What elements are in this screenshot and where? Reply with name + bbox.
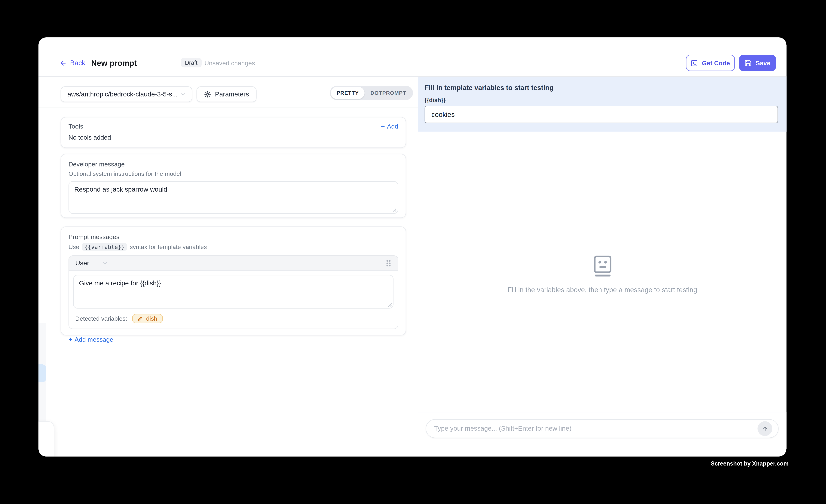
tools-title: Tools bbox=[68, 123, 83, 130]
get-code-label: Get Code bbox=[702, 59, 730, 67]
format-toggle: PRETTY DOTPROMPT bbox=[330, 86, 413, 100]
variable-badge-label: dish bbox=[146, 315, 157, 322]
developer-message-title: Developer message bbox=[68, 161, 398, 168]
variable-syntax-chip: {{variable}} bbox=[82, 243, 127, 251]
tools-empty-text: No tools added bbox=[68, 134, 398, 141]
add-tool-button[interactable]: + Add bbox=[381, 123, 398, 130]
developer-message-subtitle: Optional system instructions for the mod… bbox=[68, 171, 398, 177]
back-label: Back bbox=[70, 59, 85, 67]
floppy-disk-icon bbox=[745, 59, 752, 67]
role-selector[interactable]: User bbox=[75, 259, 108, 267]
arrow-up-icon bbox=[761, 425, 768, 432]
chevron-down-icon bbox=[180, 91, 187, 98]
model-selector[interactable]: aws/anthropic/bedrock-claude-3-5-s... bbox=[61, 86, 192, 102]
back-button[interactable]: Back bbox=[60, 59, 85, 67]
prompt-messages-title: Prompt messages bbox=[68, 233, 398, 241]
model-toolbar: aws/anthropic/bedrock-claude-3-5-s... Pa… bbox=[39, 77, 418, 108]
hint-prefix: Use bbox=[68, 244, 79, 250]
toggle-pretty[interactable]: PRETTY bbox=[331, 87, 365, 99]
get-code-button[interactable]: Get Code bbox=[686, 55, 735, 71]
prompt-messages-card: Prompt messages Use {{variable}} syntax … bbox=[61, 227, 406, 335]
template-variables-panel: Fill in template variables to start test… bbox=[418, 77, 786, 132]
pencil-line-icon bbox=[138, 316, 143, 321]
model-selector-value: aws/anthropic/bedrock-claude-3-5-s... bbox=[67, 90, 180, 98]
save-label: Save bbox=[756, 59, 770, 67]
back-arrow-icon bbox=[60, 59, 67, 67]
gear-icon bbox=[204, 90, 211, 98]
resize-grip-icon[interactable] bbox=[393, 208, 397, 212]
message-content-input[interactable] bbox=[73, 275, 394, 309]
watermark-credit: Screenshot by Xnapper.com bbox=[711, 460, 789, 467]
parameters-button[interactable]: Parameters bbox=[196, 86, 256, 102]
header: Back New prompt Draft Unsaved changes Ge… bbox=[39, 37, 786, 77]
send-button[interactable] bbox=[758, 421, 772, 436]
unsaved-changes-label: Unsaved changes bbox=[204, 60, 255, 67]
message-header: User bbox=[69, 256, 398, 271]
hint-suffix: syntax for template variables bbox=[130, 244, 207, 250]
developer-message-input[interactable] bbox=[68, 181, 398, 214]
status-badge: Draft bbox=[181, 58, 201, 68]
parameters-label: Parameters bbox=[215, 90, 249, 98]
drag-handle-icon[interactable] bbox=[386, 259, 392, 267]
chat-empty-state: Fill in the variables above, then type a… bbox=[418, 132, 786, 412]
empty-state-text: Fill in the variables above, then type a… bbox=[508, 286, 697, 294]
chat-input-bar bbox=[418, 412, 786, 456]
plus-icon: + bbox=[381, 123, 385, 130]
plus-icon: + bbox=[68, 336, 72, 342]
robot-face-icon bbox=[593, 255, 612, 277]
template-variables-hint: Use {{variable}} syntax for template var… bbox=[68, 243, 398, 251]
terminal-square-icon bbox=[691, 59, 698, 67]
chat-message-input[interactable] bbox=[426, 419, 778, 438]
chevron-down-icon bbox=[102, 260, 108, 266]
resize-grip-icon[interactable] bbox=[388, 303, 392, 307]
variable-value-input[interactable] bbox=[425, 106, 778, 123]
page-title: New prompt bbox=[91, 58, 137, 67]
tester-title: Fill in template variables to start test… bbox=[425, 84, 778, 91]
developer-message-card: Developer message Optional system instru… bbox=[61, 154, 406, 218]
detected-variables-label: Detected variables: bbox=[75, 315, 127, 322]
variable-name-label: {{dish}} bbox=[425, 97, 778, 103]
add-tool-label: Add bbox=[387, 123, 398, 130]
role-value: User bbox=[75, 259, 89, 267]
variable-badge-dish[interactable]: dish bbox=[132, 314, 163, 323]
toggle-dotprompt[interactable]: DOTPROMPT bbox=[365, 87, 412, 99]
app-window: Back New prompt Draft Unsaved changes Ge… bbox=[39, 37, 786, 456]
bottom-left-panel bbox=[39, 421, 54, 456]
sidebar-active-item[interactable] bbox=[39, 364, 46, 382]
add-message-button[interactable]: + Add message bbox=[68, 336, 113, 343]
detected-variables-row: Detected variables: dish bbox=[69, 313, 398, 328]
tools-card: Tools + Add No tools added bbox=[61, 117, 406, 148]
add-message-label: Add message bbox=[74, 336, 113, 343]
screenshot-stage: Back New prompt Draft Unsaved changes Ge… bbox=[0, 0, 826, 504]
save-button[interactable]: Save bbox=[739, 55, 776, 71]
message-block: User Detected variables: dish bbox=[68, 255, 398, 329]
